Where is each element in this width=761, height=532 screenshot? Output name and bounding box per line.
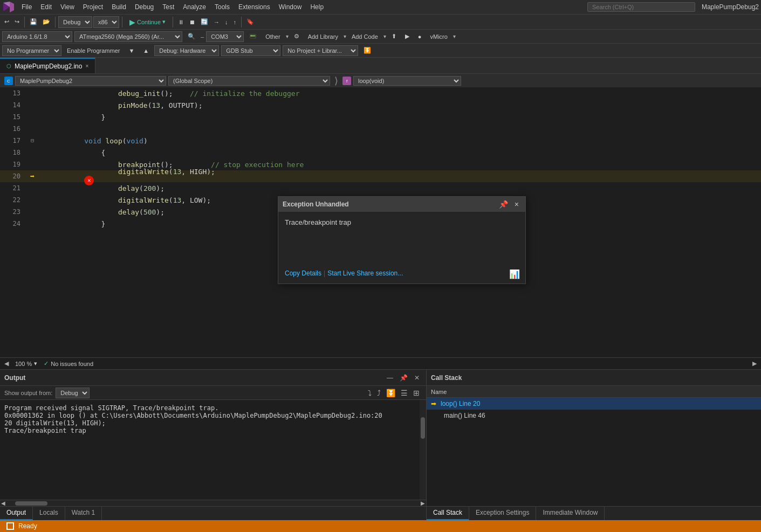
file-bar: C MaplePumpDebug2 (Global Scope) ⟩ f loo… bbox=[0, 73, 761, 87]
exception-pin-btn[interactable]: 📌 bbox=[497, 200, 510, 209]
toolbar-step-out[interactable]: ↑ bbox=[231, 18, 239, 26]
no-programmer-dropdown[interactable]: No Programmer bbox=[2, 45, 61, 56]
tab-output[interactable]: Output bbox=[0, 507, 33, 520]
menu-build[interactable]: Build bbox=[107, 2, 131, 12]
toolbar-stop[interactable]: ⏹ bbox=[187, 18, 197, 26]
output-toolbar-btns: ⤵ ⤴ ⏬ ☰ ⊞ bbox=[366, 388, 422, 398]
arch-dropdown[interactable]: x86 bbox=[93, 16, 119, 28]
search-port-btn[interactable]: 🔍 bbox=[184, 32, 198, 41]
output-btn3[interactable]: ⏬ bbox=[384, 388, 397, 398]
chip-dropdown[interactable]: ATmega2560 (Mega 2560) (Ar... bbox=[74, 31, 182, 42]
scope-select[interactable]: (Global Scope) bbox=[168, 76, 330, 86]
scope-arrow: ⟩ bbox=[334, 75, 338, 87]
toolbar-restart[interactable]: 🔄 bbox=[198, 17, 210, 26]
toolbar-open[interactable]: 📂 bbox=[40, 17, 52, 26]
tab-main-file[interactable]: ⬡ MaplePumpDebug2.ino × bbox=[0, 58, 95, 74]
output-panel-tabs: Output Locals Watch 1 bbox=[0, 506, 426, 520]
output-btn4[interactable]: ☰ bbox=[399, 388, 410, 398]
output-btn2[interactable]: ⤴ bbox=[375, 388, 383, 398]
arduino-bar: Arduino 1.6/1.8 ATmega2560 (Mega 2560) (… bbox=[0, 29, 761, 43]
menu-file[interactable]: File bbox=[17, 2, 36, 12]
toolbar-step-over[interactable]: → bbox=[211, 18, 222, 26]
horiz-scroll-thumb[interactable] bbox=[15, 501, 47, 506]
function-select[interactable]: loop(void) bbox=[353, 76, 461, 86]
menu-tools[interactable]: Tools bbox=[210, 2, 234, 12]
port-dropdown[interactable]: COM3 bbox=[206, 31, 244, 42]
record-btn[interactable]: ● bbox=[415, 32, 425, 41]
play-btn[interactable]: ▶ bbox=[402, 32, 413, 41]
add-code-btn[interactable]: Add Code bbox=[348, 32, 381, 41]
tab-exception-settings[interactable]: Exception Settings bbox=[469, 507, 536, 520]
output-horiz-scroll[interactable]: ◀ ▶ bbox=[0, 500, 426, 506]
output-btn1[interactable]: ⤵ bbox=[366, 388, 374, 398]
output-source-dropdown[interactable]: Debug bbox=[56, 388, 90, 398]
no-project-extra-btn[interactable]: ⏬ bbox=[360, 46, 374, 55]
live-share-link[interactable]: Start Live Share session... bbox=[327, 270, 403, 277]
exception-spacer bbox=[278, 233, 525, 265]
tab-callstack[interactable]: Call Stack bbox=[427, 507, 469, 520]
menu-search-input[interactable] bbox=[587, 2, 695, 12]
output-close-btn[interactable]: ✕ bbox=[412, 373, 422, 383]
menu-extensions[interactable]: Extensions bbox=[234, 2, 275, 12]
enable-programmer-btn[interactable]: Enable Programmer bbox=[64, 46, 123, 55]
output-scrollbar[interactable] bbox=[420, 400, 426, 500]
scroll-left-btn[interactable]: ◀ bbox=[4, 360, 9, 367]
debug-hw-dropdown[interactable]: Debug: Hardware bbox=[154, 45, 219, 56]
gdb-stub-dropdown[interactable]: GDB Stub bbox=[221, 45, 280, 56]
menu-edit[interactable]: Edit bbox=[36, 2, 56, 12]
menu-window[interactable]: Window bbox=[275, 2, 306, 12]
menu-view[interactable]: View bbox=[56, 2, 79, 12]
continue-label: Continue bbox=[137, 19, 161, 25]
toolbar-save[interactable]: 💾 bbox=[28, 17, 39, 26]
line-num-14: 14 bbox=[0, 101, 27, 109]
menu-debug[interactable]: Debug bbox=[131, 2, 158, 12]
continue-dropdown-icon: ▾ bbox=[162, 18, 166, 25]
output-minimize-btn[interactable]: — bbox=[385, 373, 395, 383]
function-icon: f bbox=[342, 77, 351, 85]
copy-details-link[interactable]: Copy Details bbox=[285, 270, 321, 277]
menu-help[interactable]: Help bbox=[306, 2, 328, 12]
issues-ok-icon: ✓ bbox=[44, 360, 49, 367]
tab-immediate-window[interactable]: Immediate Window bbox=[536, 507, 605, 520]
output-btn5[interactable]: ⊞ bbox=[411, 388, 422, 398]
board-dropdown[interactable]: Arduino 1.6/1.8 bbox=[2, 31, 72, 42]
no-project-dropdown[interactable]: No Project + Librar... bbox=[283, 45, 358, 56]
toolbar-bookmarks[interactable]: 🔖 bbox=[244, 17, 256, 26]
vmicro-btn[interactable]: vMicro bbox=[427, 32, 451, 41]
exception-close-btn[interactable]: × bbox=[512, 200, 521, 209]
menu-analyze[interactable]: Analyze bbox=[179, 2, 210, 12]
line-num-13: 13 bbox=[0, 89, 27, 97]
menu-test[interactable]: Test bbox=[158, 2, 179, 12]
add-library-btn[interactable]: Add Library bbox=[305, 32, 341, 41]
tab-close-btn[interactable]: × bbox=[85, 63, 88, 69]
debug-config-dropdown[interactable]: Debug bbox=[58, 16, 92, 28]
horiz-right-btn[interactable]: ▶ bbox=[420, 500, 426, 506]
continue-button[interactable]: ▶ Continue ▾ bbox=[125, 17, 170, 27]
editor-panel: 13 debug_init(); // initialize the debug… bbox=[0, 87, 761, 357]
editor-status-bar: ◀ 100 % ▾ ✓ No issues found ▶ bbox=[0, 357, 761, 369]
settings-btn[interactable]: ⚙ bbox=[291, 32, 303, 41]
toolbar-step-into[interactable]: ↓ bbox=[223, 18, 230, 26]
scroll-right-btn[interactable]: ▶ bbox=[752, 360, 757, 367]
horiz-left-btn[interactable]: ◀ bbox=[0, 500, 6, 506]
upload-btn[interactable]: ⬆ bbox=[388, 32, 400, 41]
collapse-icon-17[interactable]: ⊟ bbox=[29, 137, 36, 144]
toolbar-pause[interactable]: ⏸ bbox=[176, 18, 186, 26]
prog-down-btn[interactable]: ▼ bbox=[125, 46, 138, 55]
project-select[interactable]: MaplePumpDebug2 bbox=[15, 76, 166, 86]
toolbar-undo[interactable]: ↩ bbox=[2, 17, 11, 26]
prog-up-btn[interactable]: ▲ bbox=[140, 46, 152, 55]
other-dropdown[interactable]: Other bbox=[262, 32, 284, 41]
output-scrollbar-thumb[interactable] bbox=[421, 417, 425, 439]
callstack-panel-tabs: Call Stack Exception Settings Immediate … bbox=[427, 506, 761, 520]
line-num-16: 16 bbox=[0, 125, 27, 133]
tab-watch1[interactable]: Watch 1 bbox=[65, 507, 102, 520]
output-pin-btn[interactable]: 📌 bbox=[397, 373, 410, 383]
menu-project[interactable]: Project bbox=[79, 2, 107, 12]
zoom-control[interactable]: 100 % ▾ bbox=[15, 360, 37, 367]
exception-chart-icon: 📊 bbox=[509, 269, 520, 279]
exception-message: Trace/breakpoint trap bbox=[285, 218, 351, 226]
tab-locals[interactable]: Locals bbox=[33, 507, 65, 520]
serial-monitor-btn[interactable]: 📟 bbox=[246, 32, 260, 41]
toolbar-redo[interactable]: ↪ bbox=[12, 17, 22, 26]
